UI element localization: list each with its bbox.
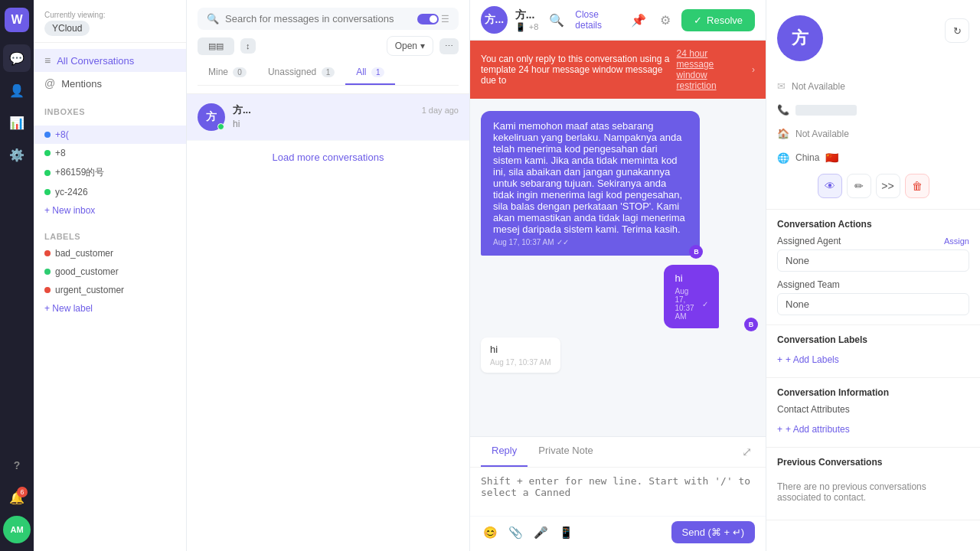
add-labels-icon: +	[777, 354, 782, 365]
assigned-agent-select[interactable]: None	[777, 249, 969, 272]
brand-logo: W	[5, 8, 29, 32]
labels-section-title: Labels	[34, 226, 186, 244]
msg-status-1: ✓	[702, 300, 708, 308]
more-icon[interactable]: ⚙	[657, 10, 674, 31]
tab-mine[interactable]: Mine 0	[198, 60, 257, 85]
label-good-customer[interactable]: good_customer	[34, 262, 186, 281]
label-name-1: good_customer	[55, 266, 119, 277]
inbox-item-3[interactable]: yc-2426	[34, 183, 186, 201]
send-button[interactable]: Send (⌘ + ↵)	[671, 521, 755, 543]
conv-avatar-0: 方	[198, 103, 225, 131]
private-note-tab[interactable]: Private Note	[528, 437, 604, 467]
sort-filter-btn[interactable]: ▤▤	[198, 37, 234, 55]
sidebar-reports-icon[interactable]: 📊	[3, 109, 31, 136]
conv-preview-0: hi	[233, 119, 459, 129]
assigned-team-label: Assigned Team	[777, 279, 969, 290]
add-labels-btn[interactable]: + + Add Labels	[777, 351, 969, 368]
search-bar[interactable]: 🔍 ☰	[198, 8, 459, 30]
add-attrs-text: + Add attributes	[786, 424, 850, 435]
msg-badge-1: B	[744, 318, 758, 331]
sidebar-help-icon[interactable]: ?	[3, 452, 31, 479]
search-chat-icon[interactable]: 🔍	[546, 10, 567, 31]
inbox-dot-2	[44, 170, 51, 176]
contact-delete-btn[interactable]: 🗑	[905, 174, 929, 198]
add-labels-text: + Add Labels	[786, 354, 839, 365]
attachment-icon[interactable]: 📎	[506, 523, 525, 542]
reply-textarea[interactable]	[481, 475, 755, 506]
contact-email: Not Available	[792, 81, 845, 92]
add-attributes-btn[interactable]: + + Add attributes	[777, 421, 969, 438]
msg-row-1: hi Aug 17, 10:37 AM ✓ B	[481, 265, 755, 328]
contact-edit-btn[interactable]: ✏	[847, 174, 871, 198]
chat-contact-meta: 📱 +8	[515, 22, 539, 32]
close-details-label[interactable]: Close details	[575, 9, 620, 31]
labels-list: bad_customer good_customer urgent_custom…	[34, 244, 186, 318]
conv-name-0: 方...	[233, 103, 251, 117]
nav-all-conversations[interactable]: ≡ All Conversations	[34, 49, 186, 72]
conversation-labels-section: Conversation Labels + + Add Labels	[766, 325, 980, 378]
contact-phone-row: 📞	[777, 100, 969, 119]
more-options-btn[interactable]: ⋯	[439, 38, 459, 54]
sidebar-contacts-icon[interactable]: 👤	[3, 77, 31, 104]
sidebar-notifications-icon[interactable]: 🔔 6	[3, 484, 31, 511]
sidebar-conversations-icon[interactable]: 💬	[3, 44, 31, 72]
audio-icon[interactable]: 🎤	[531, 523, 550, 542]
tab-all[interactable]: All 1	[345, 60, 395, 85]
contact-view-btn[interactable]: 👁	[818, 174, 842, 198]
search-input[interactable]	[225, 13, 411, 24]
label-urgent-customer[interactable]: urgent_customer	[34, 281, 186, 299]
alert-close-btn[interactable]: ›	[752, 64, 755, 75]
new-inbox-link[interactable]: + New inbox	[34, 201, 186, 220]
nav-header: Currently viewing: YCloud	[34, 0, 186, 43]
conv-time-0: 1 day ago	[422, 106, 459, 115]
conv-actions-title: Conversation Actions	[777, 219, 969, 230]
sidebar-settings-icon[interactable]: ⚙️	[3, 141, 31, 168]
label-bad-customer[interactable]: bad_customer	[34, 244, 186, 262]
chat-main: 方... 方... 📱 +8 🔍 Close details 📌 ⚙ ✓ Res…	[470, 0, 766, 551]
resolve-button[interactable]: ✓ Resolve	[681, 9, 755, 31]
msg-bubble-wrapper-1: hi Aug 17, 10:37 AM ✓ B	[664, 265, 755, 328]
tab-unassigned[interactable]: Unassigned 1	[257, 60, 345, 85]
conv-labels-title: Conversation Labels	[777, 334, 969, 345]
msg-row-0: Kami memohon maaf atas sebarang kekeliru…	[481, 111, 755, 256]
inboxes-section-title: Inboxes	[34, 101, 186, 119]
assign-link[interactable]: Assign	[944, 236, 969, 246]
right-sidebar: 方 ↻ ✉ Not Available 📞 🏠 Not Available 🌐 …	[766, 0, 980, 551]
contact-merge-btn[interactable]: >>	[876, 174, 900, 198]
contact-card: 方 ↻ ✉ Not Available 📞 🏠 Not Available 🌐 …	[766, 0, 980, 210]
nav-panel: Currently viewing: YCloud ≡ All Conversa…	[34, 0, 187, 551]
sort-icon-btn[interactable]: ☰	[441, 14, 449, 24]
nav-mentions[interactable]: @ Mentions	[34, 72, 186, 95]
refresh-btn[interactable]: ↻	[945, 18, 969, 43]
status-open-btn[interactable]: Open ▾	[387, 36, 433, 56]
alert-link[interactable]: 24 hour message window restriction	[677, 48, 746, 91]
assigned-team-select[interactable]: None	[777, 293, 969, 315]
conv-info-title: Conversation Information	[777, 387, 969, 398]
sidebar-user-avatar[interactable]: AM	[3, 516, 31, 543]
expand-icon[interactable]: ⤢	[739, 437, 755, 467]
load-more-btn[interactable]: Load more conversations	[187, 141, 469, 174]
reply-bar: Reply Private Note ⤢ 😊 📎 🎤 📱 Send (⌘ + ↵…	[470, 436, 766, 551]
chat-contact-avatar: 方...	[481, 6, 508, 34]
tab-unassigned-label: Unassigned	[268, 67, 316, 77]
whatsapp-action-icon[interactable]: 📱	[557, 523, 576, 542]
assigned-agent-label: Assigned Agent Assign	[777, 236, 969, 246]
previous-convs-section: Previous Conversations There are no prev…	[766, 448, 980, 520]
conv-items: 方 方... 1 day ago hi	[187, 94, 469, 141]
msg-status-0: ✓✓	[557, 238, 569, 246]
conv-item-0[interactable]: 方 方... 1 day ago hi	[187, 94, 469, 141]
conversation-actions-section: Conversation Actions Assigned Agent Assi…	[766, 210, 980, 325]
inbox-item-2[interactable]: +86159的号	[34, 162, 186, 183]
alert-text: You can only reply to this conversation …	[481, 54, 671, 86]
inbox-item-1[interactable]: +8	[34, 144, 186, 162]
mentions-icon: @	[44, 77, 55, 90]
new-label-link[interactable]: + New label	[34, 299, 186, 318]
contact-info-grid: ✉ Not Available 📞 🏠 Not Available 🌐 Chin…	[777, 77, 969, 168]
sort-order-btn[interactable]: ↕	[240, 38, 256, 54]
reply-tab[interactable]: Reply	[481, 437, 528, 467]
contact-country-row: 🌐 China 🇨🇳	[777, 148, 969, 168]
inbox-item-0[interactable]: +8(	[34, 126, 186, 144]
emoji-icon[interactable]: 😊	[481, 523, 500, 542]
pin-icon[interactable]: 📌	[628, 10, 649, 31]
chat-header-actions: 🔍 Close details 📌 ⚙ ✓ Resolve	[546, 9, 755, 31]
